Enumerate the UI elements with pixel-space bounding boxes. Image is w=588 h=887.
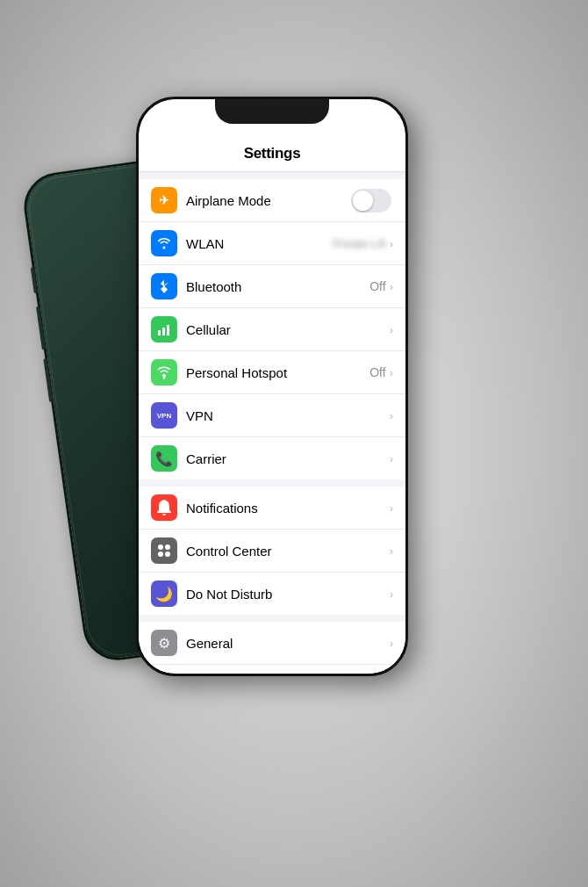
row-control-center[interactable]: Control Center › <box>139 530 405 573</box>
row-vpn[interactable]: VPN VPN › <box>139 394 405 437</box>
personal-hotspot-label: Personal Hotspot <box>186 365 369 380</box>
bluetooth-value: Off <box>369 279 385 293</box>
row-bluetooth[interactable]: Bluetooth Off › <box>139 265 405 308</box>
vpn-icon: VPN <box>151 402 177 429</box>
general-chevron: › <box>390 637 393 650</box>
cellular-icon <box>151 316 177 343</box>
svg-point-6 <box>165 544 170 550</box>
bluetooth-icon <box>151 273 177 299</box>
row-cellular[interactable]: Cellular › <box>139 308 405 351</box>
phone-front: Settings ✈ Airplane Mode <box>136 97 408 676</box>
carrier-icon: 📞 <box>151 445 177 472</box>
do-not-disturb-label: Do Not Disturb <box>186 587 390 602</box>
do-not-disturb-icon: 🌙 <box>151 581 177 607</box>
wlan-label: WLAN <box>186 236 333 251</box>
section-general: ⚙ General › AA Display & Brightness › <box>139 622 405 674</box>
row-wlan[interactable]: WLAN Private Lifi › <box>139 222 405 265</box>
svg-rect-1 <box>162 328 165 335</box>
page-title: Settings <box>153 145 391 162</box>
display-brightness-icon: AA <box>151 673 177 674</box>
screen: Settings ✈ Airplane Mode <box>139 99 405 674</box>
personal-hotspot-icon <box>151 359 177 386</box>
row-general[interactable]: ⚙ General › <box>139 622 405 665</box>
personal-hotspot-chevron: › <box>390 366 393 379</box>
notch <box>215 99 329 124</box>
personal-hotspot-value: Off <box>369 365 385 379</box>
control-center-icon <box>151 537 177 564</box>
airplane-mode-icon: ✈ <box>151 187 177 213</box>
cellular-label: Cellular <box>186 322 390 337</box>
notifications-icon <box>151 494 177 521</box>
settings-list: ✈ Airplane Mode WLAN Private Lifi <box>139 172 405 674</box>
control-center-chevron: › <box>390 544 393 558</box>
svg-point-8 <box>165 552 170 557</box>
carrier-label: Carrier <box>186 451 390 466</box>
section-system: Notifications › Control Center › <box>139 487 405 615</box>
wlan-chevron: › <box>390 237 393 250</box>
svg-point-5 <box>158 544 163 550</box>
control-center-label: Control Center <box>186 544 390 559</box>
notifications-label: Notifications <box>186 501 390 516</box>
do-not-disturb-chevron: › <box>390 588 393 601</box>
vpn-chevron: › <box>390 409 393 422</box>
svg-point-7 <box>158 552 163 557</box>
cellular-chevron: › <box>390 323 393 336</box>
row-display-brightness[interactable]: AA Display & Brightness › <box>139 665 405 674</box>
row-personal-hotspot[interactable]: Personal Hotspot Off › <box>139 351 405 394</box>
carrier-chevron: › <box>390 452 393 465</box>
bluetooth-label: Bluetooth <box>186 279 369 294</box>
bluetooth-chevron: › <box>390 280 393 293</box>
general-icon: ⚙ <box>151 630 177 656</box>
svg-rect-0 <box>158 330 161 335</box>
settings-header: Settings <box>139 138 405 172</box>
row-notifications[interactable]: Notifications › <box>139 487 405 530</box>
row-carrier[interactable]: 📞 Carrier › <box>139 437 405 480</box>
section-connectivity: ✈ Airplane Mode WLAN Private Lifi <box>139 179 405 480</box>
notifications-chevron: › <box>390 501 393 515</box>
airplane-mode-toggle[interactable] <box>351 189 391 213</box>
general-label: General <box>186 636 390 651</box>
vpn-label: VPN <box>186 408 390 423</box>
wlan-icon <box>151 230 177 256</box>
airplane-mode-label: Airplane Mode <box>186 193 351 208</box>
row-do-not-disturb[interactable]: 🌙 Do Not Disturb › <box>139 573 405 615</box>
row-airplane-mode[interactable]: ✈ Airplane Mode <box>139 179 405 222</box>
svg-rect-2 <box>167 325 169 335</box>
wlan-value: Private Lifi <box>333 237 386 250</box>
